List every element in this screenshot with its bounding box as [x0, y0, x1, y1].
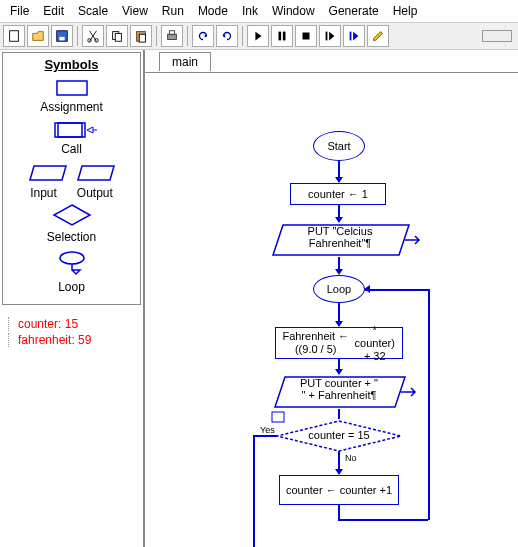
svg-rect-18	[58, 123, 82, 137]
svg-rect-10	[169, 31, 174, 35]
arrow	[338, 519, 428, 521]
redo-icon[interactable]	[216, 25, 238, 47]
condition-text: counter = 15	[301, 429, 377, 441]
assignment-node[interactable]: Fahrenheit ← ((9.0 / 5)* counter) + 32	[275, 327, 403, 359]
symbols-panel: Symbols Assignment Call InputOutput Sele…	[2, 52, 141, 305]
step-over-icon[interactable]	[343, 25, 365, 47]
no-label: No	[345, 453, 357, 463]
assignment-label: Assignment	[7, 100, 136, 114]
svg-rect-0	[10, 31, 19, 42]
input-label: Input	[30, 186, 57, 200]
symbols-title: Symbols	[7, 57, 136, 72]
svg-rect-11	[279, 32, 282, 41]
menu-mode[interactable]: Mode	[192, 2, 234, 20]
stop-icon[interactable]	[295, 25, 317, 47]
flowchart: Start counter ← 1 PUT "CelciusFahrenheit…	[145, 72, 518, 547]
svg-point-19	[60, 252, 84, 264]
arrow	[338, 409, 340, 419]
save-icon[interactable]	[51, 25, 73, 47]
output-label: Output	[77, 186, 113, 200]
assignment-symbol[interactable]	[52, 78, 92, 98]
menu-view[interactable]: View	[116, 2, 154, 20]
undo-icon[interactable]	[192, 25, 214, 47]
canvas[interactable]: main Start counter ← 1 PUT "CelciusFahre…	[145, 50, 518, 547]
menu-scale[interactable]: Scale	[72, 2, 114, 20]
assignment-node[interactable]: counter ← counter +1	[279, 475, 399, 505]
variables-panel: counter: 15 fahrenheit: 59	[4, 311, 139, 353]
output-symbol[interactable]	[74, 162, 118, 184]
arrow	[253, 435, 255, 547]
cut-icon[interactable]	[82, 25, 104, 47]
variable-row: fahrenheit: 59	[8, 333, 135, 347]
svg-rect-8	[139, 34, 145, 42]
selection-symbol[interactable]	[50, 202, 94, 228]
svg-rect-15	[350, 32, 352, 41]
new-icon[interactable]	[3, 25, 25, 47]
menu-generate[interactable]: Generate	[323, 2, 385, 20]
step-icon[interactable]	[319, 25, 341, 47]
play-icon[interactable]	[247, 25, 269, 47]
menu-edit[interactable]: Edit	[37, 2, 70, 20]
print-icon[interactable]	[161, 25, 183, 47]
menu-help[interactable]: Help	[387, 2, 424, 20]
toolbar-handle	[482, 30, 512, 42]
loop-label: Loop	[7, 280, 136, 294]
output-text: PUT "CelciusFahrenheit"¶	[285, 225, 395, 249]
selection-label: Selection	[7, 230, 136, 244]
menu-ink[interactable]: Ink	[236, 2, 264, 20]
loop-symbol[interactable]	[50, 250, 94, 278]
svg-point-4	[95, 39, 99, 43]
svg-rect-2	[59, 37, 64, 41]
svg-rect-17	[55, 123, 85, 137]
call-symbol[interactable]	[47, 120, 97, 140]
menu-file[interactable]: File	[4, 2, 35, 20]
arrow	[338, 451, 340, 471]
tab-main[interactable]: main	[159, 52, 211, 71]
arrow	[338, 505, 340, 519]
svg-rect-6	[115, 33, 121, 41]
svg-rect-13	[303, 33, 310, 40]
output-text: PUT counter + "" + Fahrenheit¶	[287, 377, 391, 401]
menubar: File Edit Scale View Run Mode Ink Window…	[0, 0, 518, 22]
call-label: Call	[7, 142, 136, 156]
svg-point-3	[88, 39, 92, 43]
svg-rect-12	[283, 32, 286, 41]
svg-rect-16	[57, 81, 87, 95]
pencil-icon[interactable]	[367, 25, 389, 47]
arrow-head-icon	[364, 285, 370, 293]
copy-icon[interactable]	[106, 25, 128, 47]
open-icon[interactable]	[27, 25, 49, 47]
svg-rect-14	[326, 32, 328, 41]
pause-icon[interactable]	[271, 25, 293, 47]
variable-row: counter: 15	[8, 317, 135, 331]
toolbar	[0, 22, 518, 50]
menu-run[interactable]: Run	[156, 2, 190, 20]
arrow	[338, 303, 340, 323]
arrow	[253, 435, 277, 437]
arrow	[428, 289, 430, 520]
menu-window[interactable]: Window	[266, 2, 321, 20]
sidebar: Symbols Assignment Call InputOutput Sele…	[0, 50, 145, 547]
assignment-node[interactable]: counter ← 1	[290, 183, 386, 205]
yes-label: Yes	[260, 425, 275, 435]
start-node[interactable]: Start	[313, 131, 365, 161]
paste-icon[interactable]	[130, 25, 152, 47]
input-symbol[interactable]	[26, 162, 70, 184]
svg-rect-9	[168, 34, 177, 39]
arrow	[365, 289, 429, 291]
loop-node[interactable]: Loop	[313, 275, 365, 303]
